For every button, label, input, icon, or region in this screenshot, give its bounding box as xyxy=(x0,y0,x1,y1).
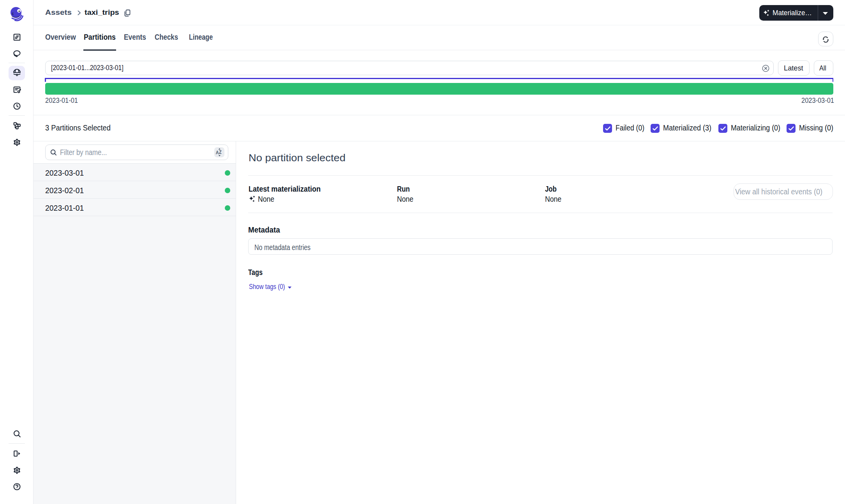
svg-text:A: A xyxy=(216,150,219,155)
svg-text:Z: Z xyxy=(219,150,222,155)
